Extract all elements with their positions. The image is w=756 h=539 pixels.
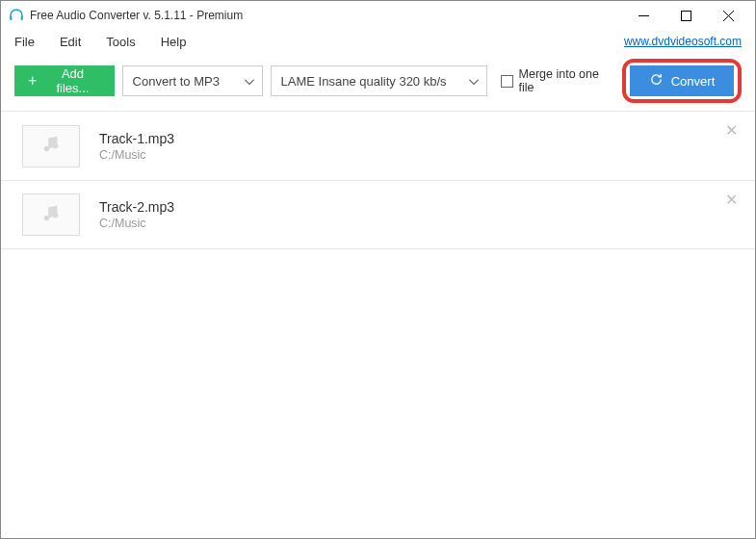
convert-label: Convert [671, 74, 716, 89]
maximize-button[interactable] [665, 2, 707, 29]
svg-point-7 [53, 143, 59, 149]
svg-point-9 [53, 213, 59, 218]
menu-help[interactable]: Help [161, 35, 187, 49]
svg-rect-3 [681, 11, 691, 20]
convert-highlight: Convert [622, 59, 742, 103]
format-selected: Convert to MP3 [133, 74, 220, 89]
close-icon: ✕ [725, 192, 738, 208]
file-path: C:/Music [99, 148, 174, 162]
plus-icon: + [28, 73, 37, 89]
file-name: Track-1.mp3 [99, 131, 174, 146]
svg-rect-0 [10, 16, 12, 20]
file-meta: Track-2.mp3 C:/Music [99, 199, 174, 230]
add-files-button[interactable]: + Add files... [14, 65, 115, 96]
headphones-icon [9, 8, 24, 23]
file-meta: Track-1.mp3 C:/Music [99, 131, 174, 162]
audio-thumbnail [22, 125, 80, 167]
merge-checkbox[interactable]: Merge into one file [501, 67, 614, 94]
close-icon: ✕ [725, 122, 738, 139]
window-controls [622, 2, 749, 29]
svg-rect-1 [21, 16, 23, 20]
svg-point-6 [44, 146, 50, 152]
toolbar: + Add files... Convert to MP3 LAME Insan… [1, 59, 755, 103]
menu-file[interactable]: File [14, 35, 35, 49]
menu-tools[interactable]: Tools [106, 35, 135, 49]
menubar: File Edit Tools Help www.dvdvideosoft.co… [1, 30, 755, 53]
site-link[interactable]: www.dvdvideosoft.com [624, 35, 742, 48]
music-note-icon [40, 134, 62, 158]
menu-edit[interactable]: Edit [60, 35, 81, 49]
file-row[interactable]: Track-2.mp3 C:/Music ✕ [1, 180, 755, 249]
checkbox-icon [501, 75, 513, 88]
merge-label: Merge into one file [519, 67, 614, 94]
remove-file-button[interactable]: ✕ [725, 121, 738, 140]
file-row[interactable]: Track-1.mp3 C:/Music ✕ [1, 111, 755, 180]
app-window: Free Audio Converter v. 5.1.11 - Premium… [0, 0, 756, 539]
window-title: Free Audio Converter v. 5.1.11 - Premium [30, 9, 622, 22]
audio-thumbnail [22, 193, 80, 236]
chevron-down-icon [245, 74, 254, 89]
add-files-label: Add files... [44, 66, 100, 95]
minimize-button[interactable] [622, 2, 665, 29]
close-button[interactable] [707, 2, 749, 29]
convert-button[interactable]: Convert [630, 65, 734, 96]
svg-point-8 [44, 215, 50, 220]
file-list: Track-1.mp3 C:/Music ✕ Track-2.mp3 C:/Mu… [1, 111, 755, 538]
refresh-icon [649, 72, 664, 90]
remove-file-button[interactable]: ✕ [725, 191, 738, 209]
chevron-down-icon [469, 74, 479, 89]
quality-selected: LAME Insane quality 320 kb/s [281, 74, 447, 89]
format-dropdown[interactable]: Convert to MP3 [122, 65, 263, 96]
quality-dropdown[interactable]: LAME Insane quality 320 kb/s [271, 65, 487, 96]
titlebar: Free Audio Converter v. 5.1.11 - Premium [1, 1, 755, 30]
music-note-icon [40, 203, 62, 227]
file-name: Track-2.mp3 [99, 199, 174, 215]
file-path: C:/Music [99, 217, 174, 230]
